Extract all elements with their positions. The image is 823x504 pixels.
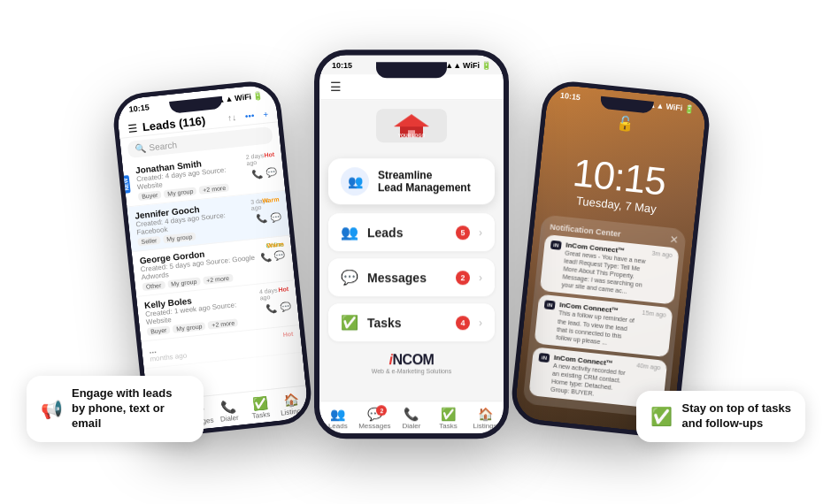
notif-time: 3m ago — [651, 250, 673, 258]
messages-badge: 2 — [456, 271, 470, 285]
notification-item[interactable]: iN InCom Connect™ This a follow up remin… — [535, 294, 673, 357]
wifi-icon: WiFi — [235, 92, 252, 103]
nav-icon: ✅ — [441, 407, 456, 421]
chat-btn[interactable]: 💬 — [265, 167, 277, 178]
chat-btn[interactable]: 💬 — [270, 211, 281, 222]
logo-area: YOUR LOGO — [319, 100, 504, 155]
tasks-nav-icon: ✅ — [341, 314, 358, 331]
nav-tasks-icon: ✅ — [251, 395, 268, 411]
leads-nav-label: Leads — [367, 225, 447, 240]
messages-nav-icon: 💬 — [341, 269, 358, 286]
add-icon[interactable]: + — [263, 109, 269, 119]
chat-btn[interactable]: 💬 — [280, 302, 291, 312]
incom-notif-logo: iN — [550, 241, 562, 250]
nav-label: Listings — [473, 422, 497, 430]
hamburger-icon[interactable]: ☰ — [127, 121, 137, 134]
nav-messages[interactable]: 2 💬 Messages — [357, 407, 394, 430]
users-icon: 👥 — [348, 174, 363, 188]
lead-badge: Hot — [282, 331, 293, 338]
nav-dialer-icon: 📞 — [220, 399, 237, 415]
nav-label: Messages — [358, 422, 390, 430]
notif-content: InCom Connect™ This a follow up reminder… — [556, 302, 638, 349]
feature-title: StreamlineLead Management — [378, 169, 482, 195]
notif-time: 40m ago — [636, 362, 661, 370]
status-time-left: 10:15 — [128, 103, 150, 113]
leads-nav-item[interactable]: 👥 Leads 5 › — [328, 213, 495, 251]
incom-tagline: Web & e-Marketing Solutions — [319, 368, 504, 374]
messages-nav-arrow: › — [479, 271, 482, 284]
notif-time: 15m ago — [642, 309, 666, 318]
streamline-text: StreamlineLead Management — [378, 169, 482, 195]
nav-leads[interactable]: 👥 Leads — [319, 407, 357, 430]
nav-icon: 👥 — [330, 407, 345, 421]
notif-content: InCom Connect™ Great news - You have a n… — [561, 241, 648, 297]
call-btn[interactable]: 📞 — [256, 213, 267, 224]
battery-icon: 🔋 — [684, 104, 695, 114]
lead-badge-hot: Hot — [264, 151, 274, 158]
tasks-nav-item[interactable]: ✅ Tasks 4 › — [328, 303, 495, 341]
nav-tasks[interactable]: ✅ Tasks — [243, 394, 277, 421]
nav-icon: 🏠 — [478, 407, 493, 421]
tasks-nav-arrow: › — [479, 317, 482, 329]
messages-nav-item[interactable]: 💬 Messages 2 › — [328, 258, 495, 296]
nav-tasks[interactable]: ✅ Tasks — [430, 407, 467, 430]
nav-dialer-label: Dialer — [219, 414, 239, 424]
nav-icon: 📞 — [404, 407, 419, 421]
nav-tasks-label: Tasks — [251, 410, 270, 420]
nav-label: Leads — [328, 422, 348, 430]
tasks-badge: 4 — [456, 316, 470, 330]
incom-logo-text: iNCOM — [319, 352, 504, 368]
new-badge: NEW — [122, 175, 131, 194]
callout-tasks-text: Stay on top of tasksand follow-ups — [681, 401, 791, 431]
status-time-right: 10:15 — [559, 91, 581, 102]
lead-badge-hot: Hot — [278, 286, 288, 293]
notification-close-icon[interactable]: ✕ — [669, 233, 679, 247]
battery-icon: 🔋 — [481, 61, 491, 70]
search-icon: 🔍 — [135, 143, 146, 154]
status-time-center: 10:15 — [332, 61, 352, 70]
notif-content: InCom Connect™ A new activity recorded f… — [550, 354, 633, 401]
incom-logo-area: iNCOM Web & e-Marketing Solutions — [319, 345, 504, 378]
lock-icon: 🔓 — [615, 115, 635, 132]
callout-engage: 📢 Engage with leadsby phone, text or ema… — [27, 376, 204, 442]
nav-dialer[interactable]: 📞 Dialer — [393, 407, 430, 430]
notif-body: Great news - You have a new lead! Reques… — [561, 248, 647, 297]
call-btn[interactable]: 📞 — [260, 252, 272, 263]
hamburger-icon[interactable]: ☰ — [330, 80, 342, 94]
call-btn[interactable]: 📞 — [251, 168, 263, 179]
incom-rest: NCOM — [393, 352, 435, 367]
callout-engage-text: Engage with leadsby phone, text or email — [72, 386, 189, 431]
sort-icon[interactable]: ↑↓ — [227, 112, 237, 123]
search-placeholder: Search — [149, 140, 178, 152]
tasks-nav-label: Tasks — [367, 316, 447, 330]
nav-listings[interactable]: 🏠 Listings — [275, 392, 309, 418]
logo-svg: YOUR LOGO — [389, 112, 434, 139]
leads-nav-arrow: › — [479, 226, 482, 239]
more-icon[interactable]: ••• — [244, 111, 255, 121]
messages-nav-label: Messages — [367, 271, 447, 285]
nav-listings-label: Listings — [281, 407, 305, 417]
bottom-nav-center: 👥 Leads 2 💬 Messages 📞 Dialer ✅ Tas — [319, 401, 504, 433]
phone-right: 10:15 ▲▲▲ WiFi 🔋 🔓 10:15 Tuesday, 7 May — [509, 79, 712, 439]
nav-listings[interactable]: 🏠 Listings — [466, 407, 504, 430]
streamline-card[interactable]: 👥 StreamlineLead Management — [328, 158, 495, 204]
call-btn[interactable]: 📞 — [265, 303, 277, 314]
streamline-icon: 👥 — [341, 167, 369, 195]
svg-text:YOUR LOGO: YOUR LOGO — [398, 133, 426, 138]
incom-notif-logo: iN — [544, 301, 556, 310]
nav-label: Tasks — [439, 422, 457, 430]
battery-icon: 🔋 — [253, 91, 264, 101]
callout-tasks: ✅ Stay on top of tasksand follow-ups — [636, 391, 805, 442]
scene: 10:15 ▲▲▲ WiFi 🔋 ☰ Leads (116) ↑↓ ••• + … — [0, 0, 823, 504]
leads-nav-icon: 👥 — [341, 224, 358, 241]
wifi-icon: WiFi — [463, 61, 480, 70]
chat-btn[interactable]: 💬 — [274, 250, 286, 261]
nav-dialer[interactable]: 📞 Dialer — [212, 398, 245, 424]
incom-notif-logo: iN — [538, 353, 550, 363]
leads-title: Leads (116) — [142, 112, 223, 134]
messages-badge-nav: 2 — [376, 405, 387, 416]
logo-box: YOUR LOGO — [376, 109, 447, 142]
wifi-icon: WiFi — [665, 102, 683, 112]
lead-badge-warm: Warm — [266, 241, 284, 248]
svg-marker-0 — [394, 114, 429, 126]
